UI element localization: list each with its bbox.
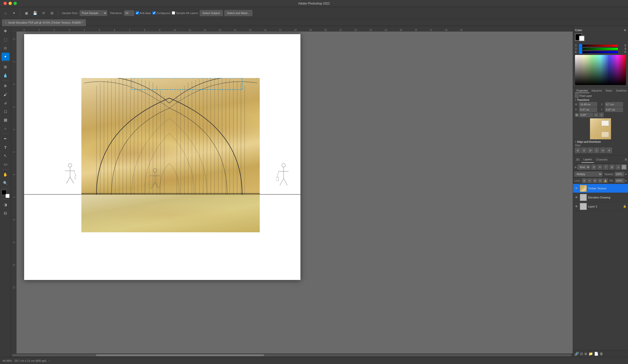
gradient-tool[interactable]: ▦ bbox=[2, 116, 10, 124]
quick-mask-tool[interactable]: ◑ bbox=[2, 201, 10, 209]
angle-input[interactable] bbox=[579, 113, 593, 117]
extra-btn[interactable]: ⊞ bbox=[48, 10, 56, 17]
brush-tool[interactable]: 🖌 bbox=[2, 90, 10, 98]
new-layer-btn[interactable]: ▣ bbox=[23, 10, 30, 17]
history-btn[interactable]: ↺ bbox=[40, 10, 47, 17]
fill-input[interactable] bbox=[615, 178, 624, 183]
lock-transparent-btn[interactable]: ⊞ bbox=[582, 178, 587, 183]
status-arrow[interactable]: › bbox=[49, 359, 50, 362]
contiguous-label[interactable]: Contiguous bbox=[152, 11, 171, 15]
opacity-input[interactable] bbox=[615, 172, 624, 176]
background-color[interactable] bbox=[6, 194, 10, 198]
styles-tab[interactable]: Styles bbox=[604, 89, 614, 93]
background-swatch[interactable] bbox=[579, 36, 585, 41]
layer-item-layer2[interactable]: 👁 Layer 2 🔒 bbox=[573, 202, 628, 211]
x-input[interactable] bbox=[605, 102, 623, 107]
visibility-layer2[interactable]: 👁 bbox=[574, 204, 579, 208]
color-spectrum[interactable] bbox=[575, 55, 626, 85]
marquee-tool[interactable]: ⬚ bbox=[2, 36, 10, 44]
flip-v-btn[interactable]: ⇕ bbox=[599, 113, 604, 117]
adjustments-tab[interactable]: Adjustme bbox=[590, 89, 604, 93]
fill-dropdown[interactable]: ▾ bbox=[625, 179, 626, 182]
hand-tool[interactable]: ✋ bbox=[2, 171, 10, 179]
add-adjustment-btn[interactable]: ⊕ bbox=[584, 352, 587, 356]
blend-mode-select[interactable]: Multiply bbox=[574, 172, 602, 177]
group-layers-btn[interactable]: 📁 bbox=[589, 352, 593, 356]
home-button[interactable]: ⌂ bbox=[2, 10, 9, 17]
align-bottom-btn[interactable]: ⊗ bbox=[606, 148, 612, 153]
pen-tool[interactable]: ✒ bbox=[2, 135, 10, 143]
wand-tool-icon[interactable]: ✦ bbox=[11, 10, 18, 17]
filter-icon-4[interactable]: ⊞ bbox=[609, 165, 614, 170]
link-layers-btn[interactable]: 🔗 bbox=[574, 352, 579, 356]
layer-item-timber-texture[interactable]: 👁 Timber Texture bbox=[573, 184, 628, 193]
swatches-tab[interactable]: Swatches bbox=[614, 89, 628, 93]
color-panel-expand[interactable]: ≡ bbox=[624, 28, 626, 32]
screen-mode-btn[interactable]: ⊟ bbox=[2, 209, 10, 217]
fg-bg-color[interactable] bbox=[2, 190, 10, 198]
path-select-tool[interactable]: ↖ bbox=[2, 152, 10, 160]
align-right-btn[interactable]: ⊠ bbox=[588, 148, 593, 153]
lock-pixels-btn[interactable]: ✒ bbox=[587, 178, 592, 183]
select-and-mask-button[interactable]: Select and Mask... bbox=[224, 10, 253, 16]
minimize-button[interactable] bbox=[9, 2, 12, 5]
align-left-btn[interactable]: ⊞ bbox=[575, 148, 581, 153]
dodge-tool[interactable]: ○ bbox=[2, 124, 10, 132]
spot-heal-tool[interactable]: ⊕ bbox=[2, 82, 10, 90]
layers-filter-select[interactable]: Kind bbox=[578, 165, 590, 170]
zoom-tool[interactable]: 🔍 bbox=[2, 179, 10, 187]
g-slider[interactable] bbox=[579, 48, 618, 50]
filter-icon-2[interactable]: ✒ bbox=[597, 165, 602, 170]
close-button[interactable] bbox=[4, 2, 7, 5]
add-mask-btn[interactable]: ⊟ bbox=[580, 352, 583, 356]
width-input[interactable] bbox=[579, 102, 597, 107]
tab-channels[interactable]: Channels bbox=[594, 157, 609, 163]
tab-3d[interactable]: 3D bbox=[574, 157, 582, 163]
y-input[interactable] bbox=[605, 107, 623, 112]
eyedropper-tool[interactable]: 💧 bbox=[2, 71, 10, 80]
align-middle-btn[interactable]: ⊕ bbox=[600, 148, 606, 153]
anti-alias-checkbox[interactable] bbox=[136, 11, 139, 15]
eraser-tool[interactable]: ◻ bbox=[2, 107, 10, 115]
filter-icon-1[interactable]: ⊟ bbox=[591, 165, 596, 170]
filter-icon-5[interactable]: ⊿ bbox=[615, 165, 620, 170]
height-input[interactable] bbox=[579, 107, 597, 112]
crop-tool[interactable]: ⊞ bbox=[2, 63, 10, 71]
save-btn[interactable]: 💾 bbox=[31, 10, 38, 17]
maximize-button[interactable] bbox=[14, 2, 17, 5]
opacity-dropdown[interactable]: ▾ bbox=[625, 173, 626, 176]
flip-h-btn[interactable]: ⇔ bbox=[594, 113, 598, 117]
tab-layers[interactable]: Layers bbox=[582, 156, 594, 163]
shape-tool[interactable]: ▭ bbox=[2, 160, 10, 168]
transform-collapse-icon[interactable]: ▾ bbox=[575, 99, 576, 101]
anti-alias-label[interactable]: Anti-alias bbox=[136, 11, 151, 15]
visibility-elevation[interactable]: 👁 bbox=[574, 195, 579, 199]
canvas-area[interactable] bbox=[17, 32, 573, 353]
move-tool[interactable]: ✥ bbox=[2, 27, 10, 35]
filter-toggle[interactable]: ● bbox=[621, 165, 626, 170]
hscrollbar-thumb[interactable] bbox=[96, 354, 264, 356]
delete-layer-btn[interactable]: 🗑 bbox=[600, 352, 603, 356]
layers-panel-menu[interactable]: ≡ bbox=[625, 157, 627, 162]
new-layer-btn[interactable]: 📄 bbox=[594, 352, 598, 356]
chain-link-icon[interactable]: ⛓ bbox=[575, 113, 579, 117]
b-slider[interactable] bbox=[579, 51, 618, 53]
align-collapse-icon[interactable]: ▾ bbox=[575, 140, 576, 143]
magic-wand-tool[interactable]: ✦ bbox=[2, 53, 10, 61]
contiguous-checkbox[interactable] bbox=[152, 11, 156, 15]
lock-all-btn[interactable]: 🔒 bbox=[603, 178, 608, 183]
lasso-tool[interactable]: ⊙ bbox=[2, 44, 10, 52]
align-center-btn[interactable]: ⊟ bbox=[581, 148, 587, 153]
clone-tool[interactable]: ⊿ bbox=[2, 99, 10, 107]
align-top-btn[interactable]: ⊡ bbox=[594, 148, 599, 153]
layer-item-elevation-drawing[interactable]: 👁 Elevation Drawing bbox=[573, 193, 628, 202]
tolerance-input[interactable] bbox=[124, 10, 134, 16]
hscrollbar[interactable] bbox=[11, 353, 573, 357]
properties-tab[interactable]: Properties bbox=[575, 89, 590, 93]
sample-size-select[interactable]: Point Sample bbox=[80, 10, 107, 16]
tab-close[interactable]: × bbox=[5, 21, 7, 24]
lock-position-btn[interactable]: ✥ bbox=[593, 178, 597, 183]
visibility-timber[interactable]: 👁 bbox=[574, 186, 579, 190]
type-tool[interactable]: T bbox=[2, 143, 10, 151]
r-slider[interactable] bbox=[579, 45, 618, 47]
